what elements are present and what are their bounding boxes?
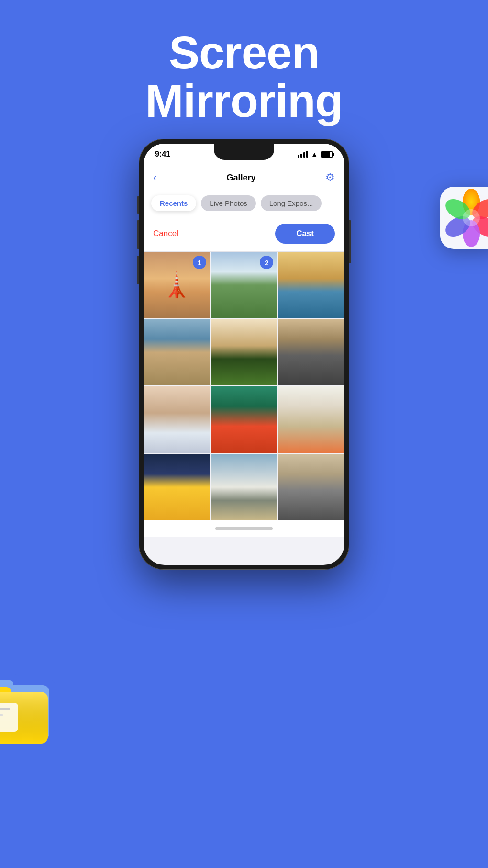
photo-cell-6[interactable] (278, 319, 344, 386)
side-button-vol-down (137, 256, 139, 284)
battery-icon (321, 151, 333, 158)
tab-long-exposure[interactable]: Long Expos... (261, 195, 322, 211)
phone-device: 9:41 ▲ ‹ Gallery (139, 139, 349, 570)
tab-bar: Recents Live Photos Long Expos... (144, 191, 344, 217)
hero-title: Screen Mirroring (0, 0, 488, 125)
cast-button[interactable]: Cast (275, 224, 335, 244)
signal-icon (298, 151, 308, 158)
photo-cell-12[interactable] (278, 454, 344, 520)
svg-rect-18 (0, 714, 3, 716)
svg-rect-17 (0, 708, 10, 710)
settings-button[interactable]: ⚙ (325, 171, 335, 184)
photo-cell-4[interactable] (144, 319, 210, 386)
selection-badge-1: 1 (193, 256, 206, 269)
photo-cell-2[interactable]: 2 (211, 252, 277, 318)
photo-cell-7[interactable] (144, 386, 210, 453)
photo-cell-9[interactable] (278, 386, 344, 453)
photo-cell-11[interactable] (211, 454, 277, 520)
side-button-silent (137, 196, 139, 214)
photo-cell-5[interactable] (211, 319, 277, 386)
side-button-power (349, 220, 351, 263)
wifi-icon: ▲ (311, 150, 318, 158)
status-icons: ▲ (298, 150, 333, 158)
svg-point-8 (463, 209, 480, 226)
status-time: 9:41 (155, 150, 170, 158)
selection-badge-2: 2 (260, 256, 273, 269)
back-button[interactable]: ‹ (153, 171, 157, 184)
photo-cell-1[interactable]: 1 (144, 252, 210, 318)
title-line2: Mirroring (0, 77, 488, 125)
nav-title: Gallery (226, 173, 255, 183)
photo-cell-3[interactable] (278, 252, 344, 318)
title-line1: Screen (0, 29, 488, 77)
tab-live-photos[interactable]: Live Photos (201, 195, 255, 211)
svg-rect-16 (0, 703, 18, 732)
tab-recents[interactable]: Recents (151, 195, 196, 211)
cast-bar: Cancel Cast (144, 217, 344, 252)
folder-icon (0, 653, 72, 748)
dynamic-island (214, 144, 274, 160)
side-button-vol-up (137, 220, 139, 249)
home-indicator (144, 520, 344, 537)
photos-app-icon (440, 187, 488, 249)
home-bar (215, 527, 273, 530)
cancel-button[interactable]: Cancel (153, 229, 178, 238)
photo-grid: 1 2 (144, 252, 344, 520)
photo-cell-10[interactable] (144, 454, 210, 520)
navigation-bar: ‹ Gallery ⚙ (144, 165, 344, 191)
photo-cell-8[interactable] (211, 386, 277, 453)
